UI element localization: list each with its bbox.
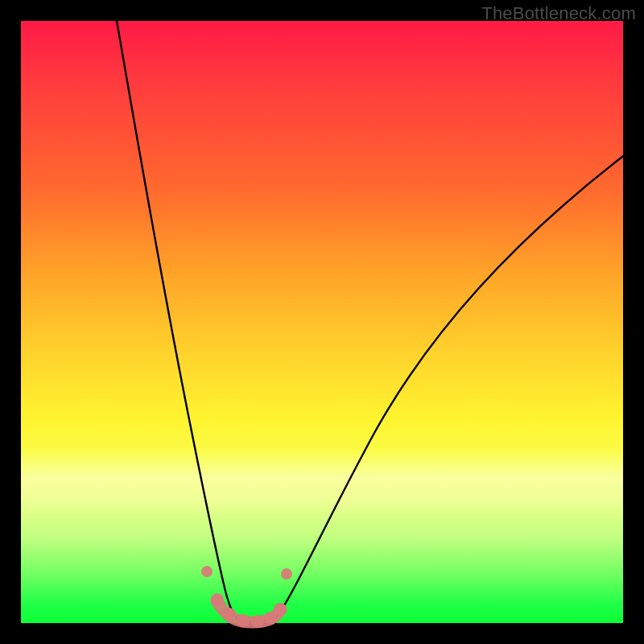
svg-point-6 [274, 603, 287, 616]
svg-point-4 [251, 615, 264, 628]
plot-area [21, 21, 623, 623]
curve-layer [21, 21, 623, 623]
watermark-text: TheBottleneck.com [481, 3, 636, 24]
svg-point-5 [264, 612, 277, 625]
svg-point-3 [237, 614, 250, 627]
left-curve [117, 21, 237, 618]
svg-point-0 [201, 566, 213, 577]
svg-point-7 [281, 568, 292, 580]
chart-frame: TheBottleneck.com [0, 0, 644, 644]
right-curve [277, 156, 623, 617]
svg-point-1 [211, 593, 224, 606]
svg-point-2 [223, 608, 236, 621]
